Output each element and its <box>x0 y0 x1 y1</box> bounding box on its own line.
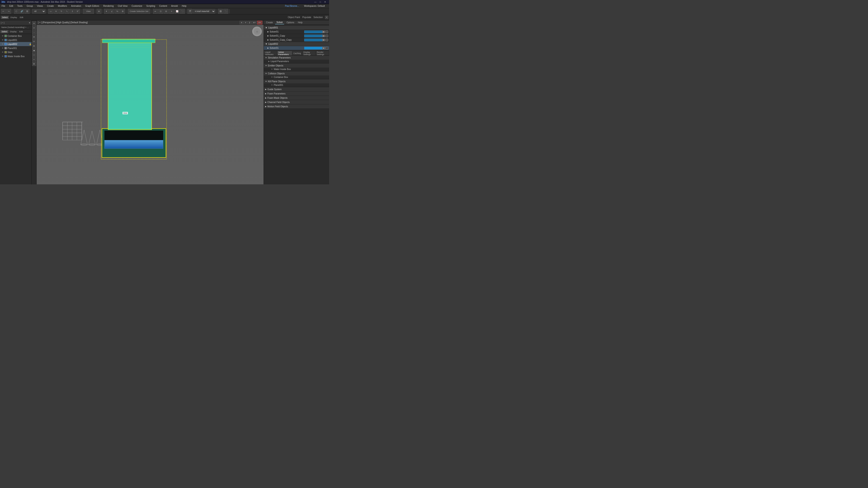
percent-snap-btn[interactable]: % <box>115 9 120 14</box>
liquid001-header[interactable]: ▼ Liquid001 <box>264 26 329 30</box>
pivot-btn[interactable]: ⊕ <box>96 9 101 14</box>
scene-tab-select[interactable]: Select <box>0 30 8 33</box>
param-tab-caching[interactable]: Caching <box>292 51 302 55</box>
left-tool-3[interactable]: ↕ <box>32 30 36 34</box>
menu-create[interactable]: Create <box>46 4 55 7</box>
schematic-btn[interactable]: ⬛ <box>180 9 185 14</box>
align-btn[interactable]: ⊡ <box>158 9 163 14</box>
right-tab-help[interactable]: Help <box>297 21 304 24</box>
viewport-label[interactable]: [ + ] [Perspective] [High Quality] [Defa… <box>38 21 88 24</box>
collision-header[interactable]: ▼ Collision Objects <box>264 71 329 75</box>
scene-item-water-inside-box[interactable]: 👁 Water Inside Box <box>0 54 31 58</box>
toolbar2-small-btn[interactable]: ▼ <box>325 16 328 19</box>
angle-snap-btn[interactable]: ∠ <box>110 9 114 14</box>
spinner-snap-btn[interactable]: ⊞ <box>120 9 125 14</box>
motion-field-header[interactable]: ▶ Motion Field Objects <box>264 104 329 108</box>
curve-editor-btn[interactable]: 📈 <box>175 9 180 14</box>
minimize-btn[interactable]: — <box>314 1 316 3</box>
move-btn[interactable]: ✛ <box>54 9 59 14</box>
solver01-icon2[interactable]: ⬛ <box>326 31 328 33</box>
undo-btn[interactable]: ↩ <box>1 9 6 14</box>
foam-params-header[interactable]: ▶ Foam Parameters <box>264 92 329 96</box>
menu-rendering[interactable]: Rendering <box>103 4 114 7</box>
menu-tools[interactable]: Tools <box>17 4 23 7</box>
right-tab-create[interactable]: Create <box>265 21 274 24</box>
menu-modifiers[interactable]: Modifiers <box>57 4 68 7</box>
left-tool-8[interactable]: ⬡ <box>32 53 36 57</box>
container-box-param-item[interactable]: ▼ Container Box <box>264 75 329 79</box>
scale-btn[interactable]: ⤡ <box>64 9 69 14</box>
maximize-btn[interactable]: □ <box>320 1 321 3</box>
mirror-btn[interactable]: ⇔ <box>153 9 158 14</box>
plane001-item[interactable]: ▼ Plane001 <box>264 84 329 87</box>
solver01-icon1[interactable]: ▶ <box>322 31 325 33</box>
align2-btn[interactable]: ⊟ <box>164 9 168 14</box>
menu-views[interactable]: Views <box>36 4 44 7</box>
foam-mask-header[interactable]: ▶ Foam Mask Objects <box>264 96 329 100</box>
right-tab-solver[interactable]: Solver <box>275 21 284 24</box>
solver01-copy-icon1[interactable]: ▶ <box>322 35 325 37</box>
left-tool-9[interactable]: ≡ <box>32 57 36 61</box>
axis-xy-btn[interactable]: XY <box>252 21 257 24</box>
liquid-params-item[interactable]: ▶ Liquid Parameters <box>264 60 329 63</box>
all-dropdown[interactable]: All <box>32 9 46 13</box>
water-inside-box-item[interactable]: ▼ Water Inside Box <box>264 68 329 71</box>
liquid002-solver01-icon2[interactable]: ⬛ <box>326 47 328 50</box>
param-tab-liquid-attr[interactable]: Liquid Attributes <box>264 51 277 55</box>
select-object-btn[interactable]: ⬡ <box>14 9 19 14</box>
menu-edit[interactable]: Edit <box>8 4 14 7</box>
viewport[interactable]: [ + ] [Perspective] [High Quality] [Defa… <box>37 20 264 184</box>
render-btn[interactable]: 🖼 <box>218 9 223 14</box>
menu-graph-editors[interactable]: Graph Editors <box>85 4 100 7</box>
axis-x-btn[interactable]: X <box>240 21 243 24</box>
solver01-copy-copy-icon2[interactable]: ⬛ <box>326 39 328 41</box>
unlink-btn[interactable]: ⛓ <box>25 9 30 14</box>
param-tab-render[interactable]: Render Settings <box>316 51 329 55</box>
menu-group[interactable]: Group <box>26 4 34 7</box>
scene-item-container-box[interactable]: 👁 Container Box <box>0 34 31 38</box>
menu-customize[interactable]: Customize <box>131 4 143 7</box>
left-tool-10[interactable]: ≣ <box>32 62 36 66</box>
param-tab-solver-params[interactable]: Solver Parameters <box>277 51 292 55</box>
menu-help[interactable]: Help <box>181 4 187 7</box>
layer-btn[interactable]: ≡ <box>169 9 174 14</box>
scene-tab-display[interactable]: Display <box>9 30 18 33</box>
left-tool-7[interactable]: ▣ <box>32 48 36 53</box>
solver01-copy-icon2[interactable]: ⬛ <box>326 35 328 37</box>
scene-item-plane001[interactable]: 👁 Plane001 <box>0 46 31 50</box>
scene-explorer-close[interactable]: ✕ <box>29 22 31 24</box>
simulation-header[interactable]: ▼ Simulation Parameters <box>264 56 329 60</box>
create-sel-btn[interactable]: Create Selection Set <box>128 9 150 14</box>
liquid002-header[interactable]: ▼ Liquid002 <box>264 42 329 46</box>
kill-plane-header[interactable]: ▼ Kill Plane Objects <box>264 79 329 84</box>
right-tab-options[interactable]: Options <box>285 21 296 24</box>
solver01-copy-item[interactable]: ▶ Solver01_Copy ▶ ⬛ <box>264 34 329 38</box>
ref-coord-btn[interactable]: View <box>83 9 94 14</box>
scene-tab-edit[interactable]: Edit <box>18 30 24 33</box>
solver01-item[interactable]: ▶ Solver01 ▶ ⬛ <box>264 30 329 34</box>
render-setup-btn[interactable]: 🎬 <box>187 9 192 14</box>
axis-z-btn[interactable]: Z <box>248 21 251 24</box>
left-tool-5[interactable]: ⊟ <box>32 39 36 43</box>
menu-content[interactable]: Content <box>158 4 168 7</box>
tab-select[interactable]: Select <box>1 16 9 19</box>
rect-select-btn[interactable]: ▭ <box>48 9 53 14</box>
guide-header[interactable]: ▶ Guide System <box>264 87 329 91</box>
rotate-btn[interactable]: ↻ <box>59 9 64 14</box>
left-tool-4[interactable]: ⊞ <box>32 35 36 39</box>
axis-y-btn[interactable]: Y <box>244 21 247 24</box>
select-link-btn[interactable]: 🔗 <box>19 9 24 14</box>
scale3-btn[interactable]: 9° <box>75 9 80 14</box>
axis-xy2-btn[interactable]: XY <box>257 21 262 24</box>
render2-btn[interactable]: ⬛ <box>223 9 228 14</box>
scene-item-liquid002[interactable]: 👁 Liquid002 🔒 <box>0 42 31 46</box>
menu-arnold[interactable]: Arnold <box>170 4 178 7</box>
tab-display[interactable]: Display <box>9 16 18 19</box>
solver01-copy-copy-icon1[interactable]: ▶ <box>322 39 325 41</box>
left-tool-2[interactable]: ⊖ <box>32 26 36 30</box>
left-tool-1[interactable]: ⊕ <box>32 21 36 25</box>
redo-btn[interactable]: ↪ <box>6 9 11 14</box>
render-preset-dropdown[interactable]: H:Wall Waterfall <box>193 9 215 13</box>
liquid002-solver01-item[interactable]: ▶ Solver01 ▶ ⬛ <box>264 46 329 50</box>
menu-civil-view[interactable]: Civil View <box>117 4 128 7</box>
